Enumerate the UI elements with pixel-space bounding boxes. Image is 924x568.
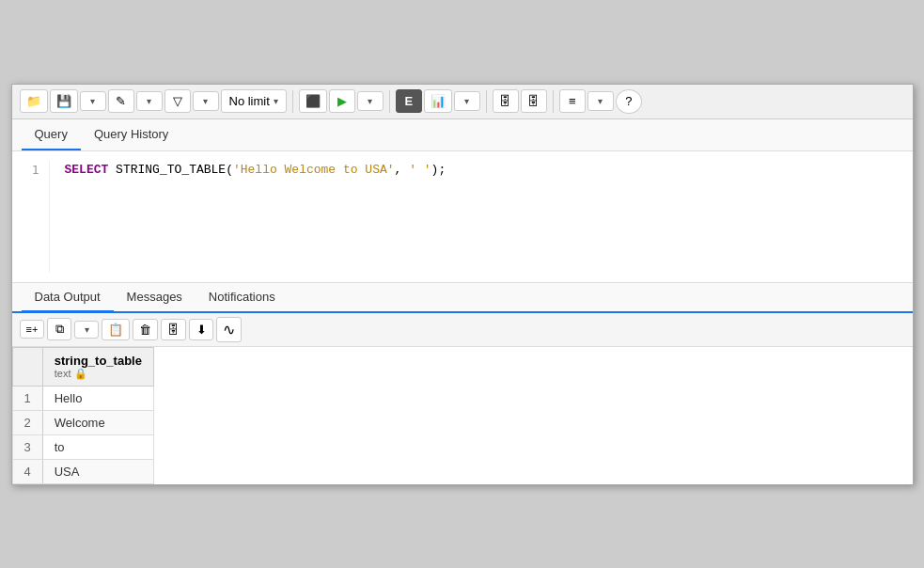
filter-dropdown-button[interactable]: ▾ [193, 91, 219, 111]
db2-button[interactable]: 🗄 [521, 89, 547, 113]
filter-button[interactable]: ▽ [164, 89, 191, 113]
graph-icon: ∿ [223, 321, 235, 339]
table-row: 1 Hello [12, 386, 153, 410]
row-value: Welcome [42, 410, 153, 434]
run-icon: ▶ [337, 94, 347, 108]
filter-icon: ▽ [173, 94, 182, 108]
db-link-icon: 🗄 [167, 323, 180, 337]
tab-messages[interactable]: Messages [114, 283, 196, 313]
data-table-wrap: string_to_table text 🔒 1 Hello 2 Welcome… [12, 347, 913, 484]
copy-dropdown-button[interactable]: ▾ [74, 321, 99, 339]
table-row: 4 USA [12, 459, 153, 483]
row-value: USA [42, 459, 153, 483]
output-tabs: Data Output Messages Notifications [12, 283, 913, 313]
row-number: 2 [12, 410, 42, 434]
row-value: Hello [42, 386, 153, 410]
delete-button[interactable]: 🗑 [133, 319, 158, 340]
pencil-icon: ✎ [116, 94, 126, 108]
row-num-header [12, 347, 42, 386]
list-icon: ≡ [569, 94, 576, 108]
help-button[interactable]: ? [616, 89, 642, 114]
table-row: 2 Welcome [12, 410, 153, 434]
chart-button[interactable]: 📊 [424, 89, 452, 113]
query-editor[interactable]: 1 SELECT STRING_TO_TABLE('Hello Welcome … [12, 151, 913, 283]
chevron-down-icon-2: ▾ [147, 96, 151, 106]
separator-4 [553, 90, 554, 113]
add-row-button[interactable]: ≡+ [20, 320, 45, 339]
row-number: 4 [12, 459, 42, 483]
db-link-button[interactable]: 🗄 [161, 319, 186, 340]
paste-icon: 📋 [108, 323, 123, 337]
copy-button[interactable]: ⧉ [47, 318, 71, 340]
explain-button[interactable]: E [396, 89, 422, 113]
list-button[interactable]: ≡ [559, 89, 586, 113]
function-name: STRING_TO_TABLE( [108, 163, 233, 177]
end-punc: ); [431, 163, 446, 177]
tab-notifications[interactable]: Notifications [196, 283, 289, 313]
delimiter-string: ' ' [409, 163, 431, 177]
database2-icon: 🗄 [527, 94, 540, 108]
copy-icon: ⧉ [55, 322, 64, 337]
table-row: 3 to [12, 434, 153, 459]
edit-button[interactable]: ✎ [108, 89, 134, 113]
tab-query[interactable]: Query [22, 119, 81, 150]
chevron-down-icon: ▾ [90, 96, 95, 106]
chevron-down-icon-4: ▾ [274, 96, 278, 106]
results-table: string_to_table text 🔒 1 Hello 2 Welcome… [12, 347, 154, 484]
list-dropdown-button[interactable]: ▾ [587, 91, 614, 111]
line-numbers: 1 [12, 161, 50, 273]
run-dropdown-button[interactable]: ▾ [357, 91, 384, 111]
database1-icon: 🗄 [499, 94, 511, 108]
code-content[interactable]: SELECT STRING_TO_TABLE('Hello Welcome to… [50, 161, 913, 273]
chevron-down-icon-5: ▾ [368, 96, 372, 106]
explain-icon: E [405, 94, 414, 108]
lock-icon: 🔒 [74, 368, 87, 380]
row-number: 1 [12, 386, 42, 410]
editor-tabs: Query Query History [12, 119, 913, 151]
separator-2 [389, 90, 390, 113]
chart-icon: 📊 [431, 94, 446, 108]
row-value: to [42, 434, 153, 459]
paste-button[interactable]: 📋 [102, 319, 130, 340]
main-window: 📁 💾 ▾ ✎ ▾ ▽ ▾ No limit ▾ ⬛ ▶ [11, 84, 914, 485]
run-button[interactable]: ▶ [329, 89, 355, 113]
stop-icon: ⬛ [305, 94, 321, 108]
tab-query-history[interactable]: Query History [81, 119, 181, 150]
chevron-down-icon-8: ▾ [85, 324, 89, 335]
open-button[interactable]: 📁 [20, 89, 48, 113]
save-dropdown-button[interactable]: ▾ [80, 91, 106, 111]
tab-data-output[interactable]: Data Output [22, 283, 114, 313]
column-header-string-to-table: string_to_table text 🔒 [42, 347, 153, 386]
delete-icon: 🗑 [139, 323, 151, 337]
chevron-down-icon-3: ▾ [203, 96, 208, 106]
row-number: 3 [12, 434, 42, 459]
download-button[interactable]: ⬇ [189, 319, 213, 340]
limit-label: No limit [229, 94, 270, 108]
chart-dropdown-button[interactable]: ▾ [454, 91, 480, 111]
separator-3 [486, 90, 487, 113]
output-toolbar: ≡+ ⧉ ▾ 📋 🗑 🗄 ⬇ ∿ [12, 313, 913, 347]
main-toolbar: 📁 💾 ▾ ✎ ▾ ▽ ▾ No limit ▾ ⬛ ▶ [12, 85, 913, 119]
string-literal: 'Hello Welcome to USA' [233, 163, 395, 177]
help-icon: ? [625, 94, 632, 108]
folder-icon: 📁 [26, 94, 41, 108]
keyword-select: SELECT [65, 163, 109, 177]
chevron-down-icon-7: ▾ [598, 96, 603, 106]
graph-button[interactable]: ∿ [216, 317, 242, 342]
save-icon: 💾 [56, 94, 71, 108]
chevron-down-icon-6: ▾ [464, 96, 469, 106]
limit-dropdown[interactable]: No limit ▾ [221, 89, 287, 113]
db1-button[interactable]: 🗄 [493, 89, 519, 113]
comma: , [395, 163, 410, 177]
stop-button[interactable]: ⬛ [299, 89, 327, 113]
download-icon: ⬇ [196, 323, 207, 337]
separator-1 [292, 90, 293, 113]
save-button[interactable]: 💾 [50, 89, 78, 113]
add-row-icon: ≡+ [26, 323, 39, 335]
edit-dropdown-button[interactable]: ▾ [136, 91, 163, 111]
